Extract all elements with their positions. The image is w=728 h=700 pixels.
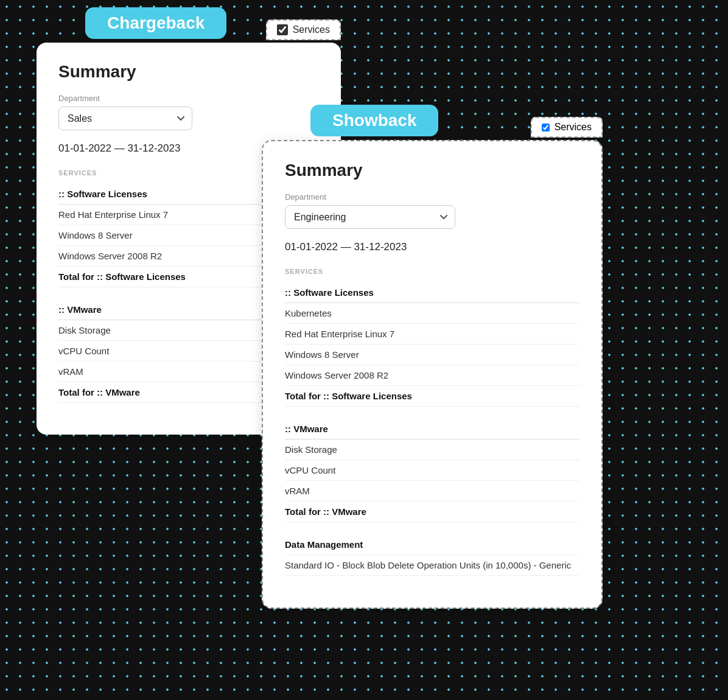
showback-services-label: Services: [555, 122, 592, 133]
chargeback-card-title: Summary: [58, 62, 319, 82]
showback-badge: Showback: [310, 105, 438, 136]
showback-data-management-category: Data Management: [285, 534, 579, 555]
chargeback-department-select[interactable]: Sales Engineering Finance HR: [58, 107, 192, 130]
chargeback-badge: Chargeback: [85, 7, 226, 39]
list-item: Red Hat Enterprise Linux 7: [285, 324, 579, 345]
list-item: Kubernetes: [285, 303, 579, 324]
showback-services-checkbox[interactable]: [542, 124, 550, 131]
list-item: vRAM: [285, 481, 579, 502]
showback-sw-licenses-category: :: Software Licenses: [285, 282, 579, 303]
showback-data-management-group: Data Management Standard IO - Block Blob…: [285, 534, 579, 576]
showback-vmware-category: :: VMware: [285, 419, 579, 439]
showback-vmware-group: :: VMware Disk Storage vCPU Count vRAM T…: [285, 419, 579, 522]
chargeback-department-label: Department: [58, 94, 319, 103]
list-item: Standard IO - Block Blob Delete Operatio…: [285, 555, 579, 576]
showback-services-section-label: SERVICES: [285, 268, 579, 275]
showback-sw-licenses-total: Total for :: Software Licenses: [285, 386, 579, 407]
showback-wrapper: Showback Services Summary Department Eng…: [262, 122, 603, 609]
showback-software-licenses-group: :: Software Licenses Kubernetes Red Hat …: [285, 282, 579, 407]
showback-services-checkbox-row: Services: [531, 117, 603, 138]
list-item: Windows 8 Server: [285, 345, 579, 365]
chargeback-services-checkbox-row: Services: [266, 19, 341, 40]
showback-vmware-total: Total for :: VMware: [285, 502, 579, 522]
showback-department-label: Department: [285, 192, 579, 201]
showback-date-range: 01-01-2022 — 31-12-2023: [285, 241, 579, 253]
showback-card: Summary Department Engineering Sales Fin…: [262, 140, 603, 609]
chargeback-services-label: Services: [293, 24, 330, 35]
list-item: vCPU Count: [285, 460, 579, 481]
list-item: Disk Storage: [285, 439, 579, 460]
showback-card-title: Summary: [285, 161, 579, 180]
chargeback-services-checkbox[interactable]: [277, 24, 288, 35]
showback-department-select[interactable]: Engineering Sales Finance HR: [285, 205, 455, 229]
list-item: Windows Server 2008 R2: [285, 365, 579, 386]
